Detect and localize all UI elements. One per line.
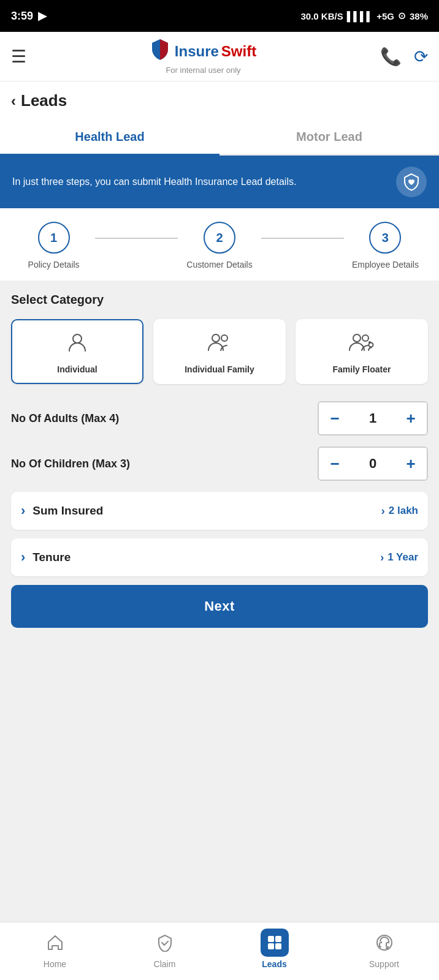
children-plus-button[interactable]: + bbox=[395, 448, 427, 480]
step-line-2 bbox=[261, 238, 344, 239]
step-1-circle: 1 bbox=[38, 222, 70, 254]
tenure-row[interactable]: › Tenure › 1 Year bbox=[11, 538, 428, 576]
category-individual-family[interactable]: Individual Family bbox=[153, 319, 286, 384]
network-speed: 30.0 KB/S bbox=[300, 11, 343, 21]
svg-rect-10 bbox=[268, 943, 274, 949]
sum-insured-chevron: › bbox=[21, 503, 25, 519]
nav-leads-label: Leads bbox=[262, 959, 286, 969]
step-2: 2 Customer Details bbox=[178, 222, 261, 270]
step-1: 1 Policy Details bbox=[12, 222, 95, 270]
tab-motor-lead[interactable]: Motor Lead bbox=[220, 120, 439, 156]
sum-insured-label: Sum Insured bbox=[32, 504, 103, 518]
bottom-navigation: Home Claim Leads Support bbox=[0, 922, 439, 980]
status-bar: 3:59 ▶ 30.0 KB/S ▌▌▌▌ +5G ⊙ 38% bbox=[0, 0, 439, 32]
nav-home-label: Home bbox=[44, 959, 66, 969]
logo-shield bbox=[150, 38, 170, 64]
children-minus-button[interactable]: − bbox=[319, 448, 351, 480]
sum-insured-row[interactable]: › Sum Insured › 2 lakh bbox=[11, 492, 428, 530]
phone-icon[interactable]: 📞 bbox=[380, 47, 402, 67]
svg-point-1 bbox=[212, 334, 220, 342]
adults-value: 1 bbox=[351, 410, 395, 426]
tenure-label: Tenure bbox=[32, 551, 71, 564]
children-value: 0 bbox=[351, 456, 395, 472]
logo-insure: Insure bbox=[175, 43, 219, 60]
support-icon bbox=[370, 929, 399, 957]
tab-health-lead[interactable]: Health Lead bbox=[0, 120, 220, 156]
5g-icon: +5G bbox=[376, 11, 394, 21]
svg-point-3 bbox=[353, 334, 361, 342]
category-family-floater[interactable]: Family Floater bbox=[296, 319, 428, 384]
select-category-title: Select Category bbox=[11, 293, 428, 307]
step-3-label: Employee Details bbox=[352, 260, 419, 270]
logout-icon[interactable]: ⟳ bbox=[414, 47, 428, 67]
logo-subtitle: For internal user only bbox=[166, 66, 240, 75]
svg-rect-8 bbox=[268, 936, 274, 942]
adults-plus-button[interactable]: + bbox=[395, 402, 427, 434]
individual-label: Individual bbox=[57, 364, 97, 374]
adults-label: No Of Adults (Max 4) bbox=[11, 412, 318, 425]
header-logo: Insure Swift For internal user only bbox=[150, 38, 256, 75]
step-2-circle: 2 bbox=[204, 222, 235, 254]
battery-percent: 38% bbox=[410, 11, 428, 21]
sum-insured-value-wrapper: › 2 lakh bbox=[381, 505, 418, 518]
tenure-value-chevron: › bbox=[380, 551, 384, 564]
breadcrumb: ‹ Leads bbox=[0, 81, 439, 120]
nav-support[interactable]: Support bbox=[329, 929, 439, 969]
location-icon: ▶ bbox=[38, 9, 47, 23]
sum-insured-left: › Sum Insured bbox=[21, 503, 103, 519]
svg-rect-9 bbox=[275, 936, 281, 942]
nav-claim[interactable]: Claim bbox=[110, 929, 220, 969]
nav-support-label: Support bbox=[369, 959, 399, 969]
svg-rect-11 bbox=[275, 943, 281, 949]
nav-claim-label: Claim bbox=[154, 959, 176, 969]
back-button[interactable]: ‹ bbox=[11, 92, 16, 110]
step-3-circle: 3 bbox=[369, 222, 401, 254]
svg-point-0 bbox=[73, 334, 82, 343]
main-content: Select Category Individual Individual F bbox=[0, 281, 439, 701]
status-time: 3:59 bbox=[11, 10, 33, 23]
tenure-value: 1 Year bbox=[387, 551, 418, 564]
signal-icon: ▌▌▌▌ bbox=[347, 11, 373, 21]
svg-point-2 bbox=[221, 335, 227, 341]
svg-point-4 bbox=[362, 335, 368, 341]
app-header: ☰ Insure Swift For internal user only 📞 … bbox=[0, 32, 439, 81]
claim-icon bbox=[151, 929, 179, 957]
info-banner-text: In just three steps, you can submit Heal… bbox=[12, 175, 387, 189]
shield-heart-icon bbox=[396, 167, 427, 197]
nav-home[interactable]: Home bbox=[0, 929, 110, 969]
tenure-chevron: › bbox=[21, 549, 25, 565]
category-individual[interactable]: Individual bbox=[11, 319, 143, 384]
category-cards: Individual Individual Family bbox=[11, 319, 428, 384]
logo-swift: Swift bbox=[221, 43, 256, 60]
tabs-container: Health Lead Motor Lead bbox=[0, 120, 439, 156]
sum-insured-value-chevron: › bbox=[381, 505, 385, 518]
next-button[interactable]: Next bbox=[11, 585, 428, 628]
info-banner: In just three steps, you can submit Heal… bbox=[0, 156, 439, 208]
adults-counter-row: No Of Adults (Max 4) − 1 + bbox=[11, 401, 428, 435]
svg-point-5 bbox=[369, 343, 373, 347]
sum-insured-value: 2 lakh bbox=[389, 505, 418, 517]
step-2-label: Customer Details bbox=[186, 260, 252, 270]
step-line-1 bbox=[95, 238, 178, 239]
page-title: Leads bbox=[21, 91, 67, 110]
steps-container: 1 Policy Details 2 Customer Details 3 Em… bbox=[0, 208, 439, 281]
individual-icon bbox=[66, 331, 88, 358]
tenure-value-wrapper: › 1 Year bbox=[380, 551, 418, 564]
children-counter-row: No Of Children (Max 3) − 0 + bbox=[11, 447, 428, 481]
children-counter: − 0 + bbox=[318, 447, 428, 481]
children-label: No Of Children (Max 3) bbox=[11, 458, 318, 470]
hamburger-menu[interactable]: ☰ bbox=[11, 47, 26, 67]
battery-icon: ⊙ bbox=[398, 10, 406, 21]
tenure-left: › Tenure bbox=[21, 549, 71, 565]
home-icon bbox=[41, 929, 69, 957]
step-3: 3 Employee Details bbox=[344, 222, 427, 270]
nav-leads[interactable]: Leads bbox=[220, 929, 329, 969]
adults-counter: − 1 + bbox=[318, 401, 428, 435]
adults-minus-button[interactable]: − bbox=[319, 402, 351, 434]
step-1-label: Policy Details bbox=[28, 260, 80, 270]
leads-icon bbox=[261, 929, 289, 957]
individual-family-label: Individual Family bbox=[185, 364, 254, 374]
family-floater-icon bbox=[348, 331, 375, 358]
family-floater-label: Family Floater bbox=[333, 364, 391, 374]
header-action-icons: 📞 ⟳ bbox=[380, 47, 428, 67]
